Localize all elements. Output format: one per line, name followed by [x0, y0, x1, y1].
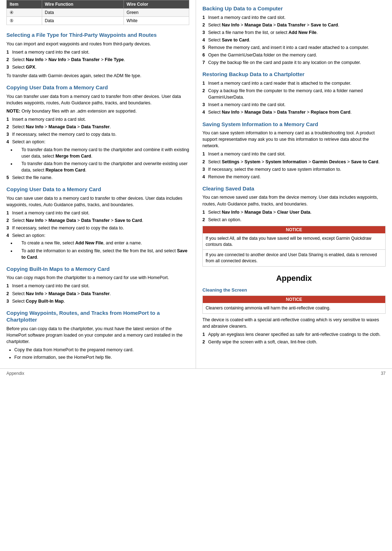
restoring-backup-steps: 1Insert a memory card into a card reader…: [202, 80, 386, 116]
step-item: 3Select GPX.: [6, 64, 189, 70]
section-heading-saving-system-info: Saving System Information to a Memory Ca…: [202, 121, 386, 128]
step-item: 2Select Nav Info > Manage Data > Data Tr…: [6, 217, 189, 224]
step-item: 5Remove the memory card, and insert it i…: [202, 44, 386, 51]
list-item: Copy the data from HomePort to the prepa…: [14, 347, 189, 353]
table-row: ④ Data Green: [7, 9, 189, 17]
step-item: 4Remove the memory card.: [202, 174, 386, 180]
saving-system-info-steps: 1Insert a memory card into the card slot…: [202, 151, 386, 180]
step-item: 3If necessary, select the memory card to…: [202, 166, 386, 173]
copying-to-card-options: To create a new file, select Add New Fil…: [12, 240, 189, 260]
section-heading-copying-from-card: Copying User Data from a Memory Card: [6, 84, 189, 91]
right-column: Backing Up Data to a Computer 1Insert a …: [196, 0, 392, 368]
backing-up-steps: 1Insert a memory card into the card slot…: [202, 14, 386, 66]
step-item: 3Select a file name from the list, or se…: [202, 29, 386, 36]
copying-to-card-steps: 1Insert a memory card into the card slot…: [6, 210, 189, 260]
step-item: 5Select the file name.: [6, 174, 189, 181]
step-item: 3If necessary, select the memory card to…: [6, 131, 189, 138]
copying-from-card-body: You can transfer user data from a memory…: [6, 93, 189, 106]
copying-from-card-options: To transfer data from the memory card to…: [12, 147, 189, 174]
step-item: 3If necessary, select the memory card to…: [6, 225, 189, 231]
list-item: To add the information to an existing fi…: [16, 248, 189, 260]
step-item: 2Gently wipe the screen with a soft, cle…: [202, 339, 386, 345]
clearing-saved-data-body: You can remove saved user data from the …: [202, 194, 386, 207]
step-item: 3Select Copy Built-In Map.: [6, 298, 189, 304]
step-item: 1Insert a memory card into the card slot…: [6, 210, 189, 216]
step-item: 1Apply an eyeglass lens cleaner specifie…: [202, 331, 386, 338]
selecting-file-type-note: To transfer data with Garmin devices aga…: [6, 73, 189, 79]
list-item: To create a new file, select Add New Fil…: [16, 240, 189, 246]
notice-box-clearing: NOTICE If you select All, all the data y…: [202, 226, 386, 267]
col-header-item: Item: [7, 0, 42, 9]
step-item: 1Select Nav Info > Manage Data > Clear U…: [202, 209, 386, 215]
step-item: 2Select Nav Info > Manage Data > Data Tr…: [6, 124, 189, 130]
step-item: 1Insert a memory card into the card slot…: [6, 49, 189, 55]
table-cell-function: Data: [42, 9, 124, 17]
step-item: 4Select Save to Card.: [202, 37, 386, 43]
table-cell-color: White: [124, 17, 189, 25]
step-item: 1Insert a memory card into a card slot.: [6, 116, 189, 123]
page-footer: Appendix 37: [0, 368, 392, 378]
section-heading-backing-up: Backing Up Data to a Computer: [202, 5, 386, 12]
copying-from-card-steps: 1Insert a memory card into a card slot. …: [6, 116, 189, 181]
copying-builtin-maps-steps: 1Insert a memory card into the card slot…: [6, 283, 189, 304]
section-heading-restoring-backup: Restoring Backup Data to a Chartplotter: [202, 71, 386, 78]
copying-homeport-body: Before you can copy data to the chartplo…: [6, 326, 189, 345]
step-item: 4Select Nav Info > Manage Data > Data Tr…: [202, 109, 386, 115]
step-item: 2Select an option.: [202, 217, 386, 223]
selecting-file-type-steps: 1Insert a memory card into the card slot…: [6, 49, 189, 70]
section-heading-cleaning-screen: Cleaning the Screen: [202, 287, 386, 293]
step-item: 2Copy a backup file from the computer to…: [202, 88, 386, 100]
footer-right: 37: [381, 371, 386, 376]
wire-table: Item Wire Function Wire Color ④ Data Gre…: [6, 0, 189, 25]
selecting-file-type-body: You can import and export waypoints and …: [6, 41, 189, 47]
appendix-heading: Appendix: [202, 274, 386, 283]
section-heading-copying-homeport: Copying Waypoints, Routes, and Tracks fr…: [6, 309, 189, 323]
step-item: 1Insert a memory card into the card slot…: [6, 283, 189, 289]
step-item: 4Select an option: To transfer data from…: [6, 139, 189, 173]
notice-content-cleaning: Cleaners containing ammonia will harm th…: [203, 303, 385, 313]
step-item: 2Select Nav Info > Nav Info > Data Trans…: [6, 56, 189, 63]
table-row: ⑤ Data White: [7, 17, 189, 25]
footer-left: Appendix: [6, 371, 24, 376]
copying-builtin-maps-body: You can copy maps from the chartplotter …: [6, 274, 189, 281]
list-item: To transfer data from the memory card to…: [16, 160, 189, 173]
cleaning-screen-steps: 1Apply an eyeglass lens cleaner specifie…: [202, 331, 386, 345]
step-item: 6Open the Garmin\UserData folder on the …: [202, 52, 386, 58]
section-heading-copying-to-card: Copying User Data to a Memory Card: [6, 186, 189, 193]
left-column: Item Wire Function Wire Color ④ Data Gre…: [0, 0, 196, 368]
copying-homeport-bullets: Copy the data from HomePort to the prepa…: [6, 347, 189, 361]
notice-header: NOTICE: [203, 226, 385, 233]
saving-system-info-body: You can save system information to a mem…: [202, 130, 386, 149]
table-cell-item: ⑤: [7, 17, 42, 25]
clearing-saved-data-steps: 1Select Nav Info > Manage Data > Clear U…: [202, 209, 386, 223]
step-item: 7Copy the backup file on the card and pa…: [202, 59, 386, 66]
step-item: 2Select Nav Info > Manage Data > Data Tr…: [6, 291, 189, 297]
step-item: 4Select an option: To create a new file,…: [6, 232, 189, 260]
section-heading-clearing-saved-data: Clearing Saved Data: [202, 185, 386, 192]
step-item: 2Select Nav Info > Manage Data > Data Tr…: [202, 22, 386, 28]
notice-content-1: If you select All, all the data you have…: [203, 233, 385, 250]
section-heading-selecting-file-type: Selecting a File Type for Third-Party Wa…: [6, 31, 189, 39]
step-item: 2Select Settings > System > System Infor…: [202, 159, 386, 165]
table-cell-function: Data: [42, 17, 124, 25]
notice-content-2: If you are connected to another device a…: [203, 250, 385, 266]
col-header-wire-function: Wire Function: [42, 0, 124, 9]
table-cell-color: Green: [124, 9, 189, 17]
notice-box-cleaning: NOTICE Cleaners containing ammonia will …: [202, 296, 386, 314]
list-item: To transfer data from the memory card to…: [16, 147, 189, 159]
copying-to-card-body: You can save user data to a memory card …: [6, 195, 189, 208]
col-header-wire-color: Wire Color: [124, 0, 189, 9]
notice-header-cleaning: NOTICE: [203, 296, 385, 303]
list-item: For more information, see the HomePort h…: [14, 354, 189, 361]
cleaning-screen-body: The device is coated with a special anti…: [202, 317, 386, 329]
copying-from-card-note: NOTE: Only boundary files with an .adm e…: [6, 108, 189, 114]
step-item: 1Insert a memory card into the card slot…: [202, 151, 386, 157]
step-item: 1Insert a memory card into a card reader…: [202, 80, 386, 86]
step-item: 3Insert a memory card into the card slot…: [202, 101, 386, 108]
step-item: 1Insert a memory card into the card slot…: [202, 14, 386, 21]
section-heading-copying-builtin-maps: Copying Built-In Maps to a Memory Card: [6, 265, 189, 273]
table-cell-item: ④: [7, 9, 42, 17]
